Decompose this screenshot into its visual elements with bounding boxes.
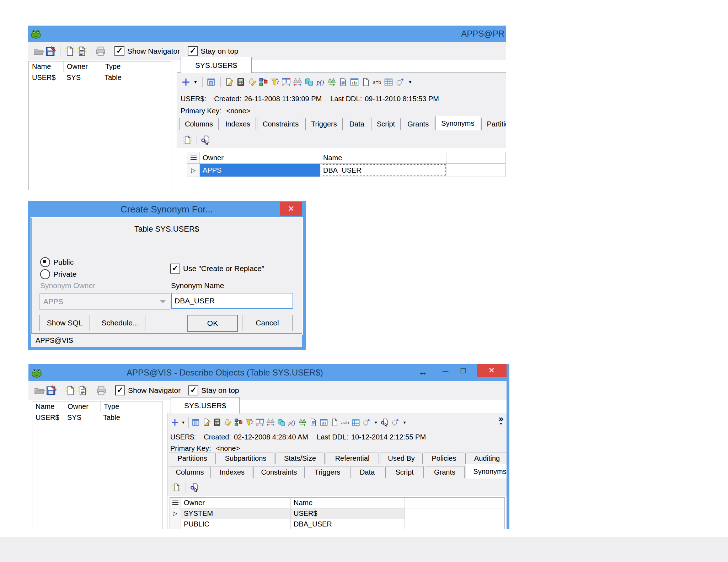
compare-ab-icon[interactable]: a=b (372, 77, 382, 87)
new-document-icon[interactable] (64, 45, 76, 57)
close-icon[interactable]: ✕ (477, 364, 507, 377)
tab-grants[interactable]: Grants (425, 466, 465, 478)
close-icon[interactable]: ✕ (280, 202, 302, 216)
create-or-replace-toggle[interactable]: ✓ Use "Create or Replace" (170, 264, 264, 274)
navigator-col-owner[interactable]: Owner (64, 61, 102, 72)
create-synonym-icon[interactable] (182, 135, 193, 145)
export-tree-icon[interactable] (298, 417, 307, 428)
print-icon[interactable] (95, 384, 107, 396)
stay-on-top-checkbox[interactable]: ✓ (188, 385, 198, 395)
data-grid-icon[interactable] (383, 77, 394, 87)
open-file-icon[interactable] (33, 384, 46, 396)
new-page-icon[interactable] (330, 417, 339, 428)
print-icon[interactable] (95, 45, 107, 57)
navigator-cell-type[interactable]: Table (101, 74, 171, 82)
toolbar-caret-icon[interactable]: ▼ (408, 80, 412, 84)
navigator-cell-type[interactable]: Table (100, 414, 162, 422)
tab-data[interactable]: Data (350, 466, 384, 478)
tab-triggers[interactable]: Triggers (306, 466, 349, 478)
calculator-icon[interactable] (212, 417, 222, 428)
move-window-icon[interactable]: ↔ (414, 366, 432, 378)
tab-grants[interactable]: Grants (402, 118, 434, 130)
synonym-row[interactable]: ▷ SYSTEM USER$ (170, 508, 504, 519)
grid-col-name[interactable]: Name (320, 152, 446, 163)
navigator-cell-owner[interactable]: SYS (63, 74, 101, 82)
add-object-icon[interactable] (181, 77, 191, 87)
tab-constraints[interactable]: Constraints (253, 466, 305, 478)
script-doc-icon[interactable] (338, 77, 348, 87)
titlebar[interactable]: APPS@VIS - Describe Objects (Table SYS.U… (28, 364, 507, 381)
calculator-icon[interactable] (235, 77, 246, 87)
tab-subpartitions[interactable]: Subpartitions (217, 453, 274, 464)
alter-synonym-icon[interactable] (380, 417, 390, 428)
compare-trees-icon[interactable] (292, 77, 303, 87)
filter-icon[interactable] (244, 417, 254, 428)
tab-used-by[interactable]: Used By (380, 453, 423, 464)
stay-on-top-toggle[interactable]: ✓ Stay on top (188, 385, 239, 395)
navigator-row[interactable]: USER$ SYS Table (29, 72, 171, 83)
navigator-col-type[interactable]: Type (101, 401, 162, 412)
synonym-row[interactable]: PUBLIC DBA_USER (170, 519, 504, 529)
minimize-icon[interactable]: – (437, 364, 454, 377)
create-or-replace-checkbox[interactable]: ✓ (170, 264, 180, 274)
titlebar[interactable]: APPS@PR (28, 26, 506, 42)
function-icon[interactable]: p() (315, 77, 326, 87)
ok-button[interactable]: OK (187, 315, 238, 332)
private-radio[interactable] (40, 269, 50, 279)
add-object-icon[interactable] (170, 417, 180, 428)
add-object-caret-icon[interactable]: ▼ (181, 421, 185, 425)
tab-columns[interactable]: Columns (179, 118, 219, 130)
compare-trees-icon[interactable] (266, 417, 275, 428)
export-tree-icon[interactable] (326, 77, 337, 87)
edit-script-icon[interactable] (224, 77, 235, 87)
tab-script[interactable]: Script (371, 118, 401, 130)
sequence-diagram-icon[interactable] (234, 417, 243, 428)
analyze-add-icon[interactable] (390, 417, 400, 428)
synonym-name-input[interactable] (171, 293, 293, 309)
new-document-lines-icon[interactable] (76, 384, 89, 396)
tab-policies[interactable]: Policies (424, 453, 464, 464)
open-file-icon[interactable] (33, 45, 45, 57)
tab-triggers[interactable]: Triggers (305, 118, 343, 130)
synonym-owner-cell[interactable]: PUBLIC (181, 519, 291, 529)
tab-synonyms[interactable]: Synonyms (435, 116, 480, 130)
synonym-owner-cell[interactable]: APPS (200, 164, 320, 177)
edit-script-icon[interactable] (202, 417, 212, 428)
analyze-add-icon[interactable] (395, 77, 405, 87)
synonym-owner-select[interactable]: APPS (39, 293, 170, 310)
synonym-owner-cell[interactable]: SYSTEM (181, 508, 291, 519)
script-doc-icon[interactable] (308, 417, 318, 428)
copy-data-icon[interactable] (304, 77, 314, 87)
document-tab[interactable]: SYS.USER$ (181, 57, 252, 73)
sequence-diagram-icon[interactable] (258, 77, 269, 87)
add-object-caret-icon[interactable]: ▼ (193, 80, 198, 84)
toolbar-caret-icon[interactable]: ▼ (374, 421, 378, 425)
describe-window-icon[interactable] (206, 77, 216, 87)
tab-synonyms[interactable]: Synonyms (466, 464, 509, 479)
analyze-add-icon[interactable] (362, 417, 371, 428)
navigator-cell-name[interactable]: USER$ (29, 74, 63, 82)
dialog-titlebar[interactable]: Create Synonym For... ✕ (28, 201, 306, 218)
grid-col-name[interactable]: Name (291, 498, 405, 508)
alter-synonym-icon[interactable] (200, 135, 211, 145)
function-icon[interactable]: p() (287, 417, 297, 428)
grid-col-owner[interactable]: Owner (181, 498, 291, 508)
schedule-button[interactable]: Schedule... (95, 315, 145, 331)
tab-data[interactable]: Data (344, 118, 370, 130)
tab-partitions[interactable]: Partitions (481, 118, 506, 130)
tab-partitions[interactable]: Partitions (169, 453, 216, 464)
toolbar-caret-icon[interactable]: ▼ (403, 421, 407, 425)
alter-synonym-icon[interactable] (189, 482, 200, 493)
report-window-icon[interactable] (319, 417, 329, 428)
cancel-button[interactable]: Cancel (242, 315, 293, 331)
show-navigator-checkbox[interactable]: ✓ (114, 46, 124, 56)
document-tab[interactable]: SYS.USER$ (171, 397, 240, 414)
synonym-name-cell[interactable]: DBA_USER (291, 519, 405, 529)
compare-ab-icon[interactable]: a=b (340, 417, 350, 428)
show-sql-button[interactable]: Show SQL (39, 315, 90, 331)
new-document-lines-icon[interactable] (76, 45, 88, 57)
synonym-row[interactable]: ▷ APPS DBA_USER (187, 164, 505, 177)
tab-columns[interactable]: Columns (169, 466, 211, 478)
alert-edit-icon[interactable] (247, 77, 257, 87)
navigator-row[interactable]: USER$ SYS Table (32, 412, 162, 423)
